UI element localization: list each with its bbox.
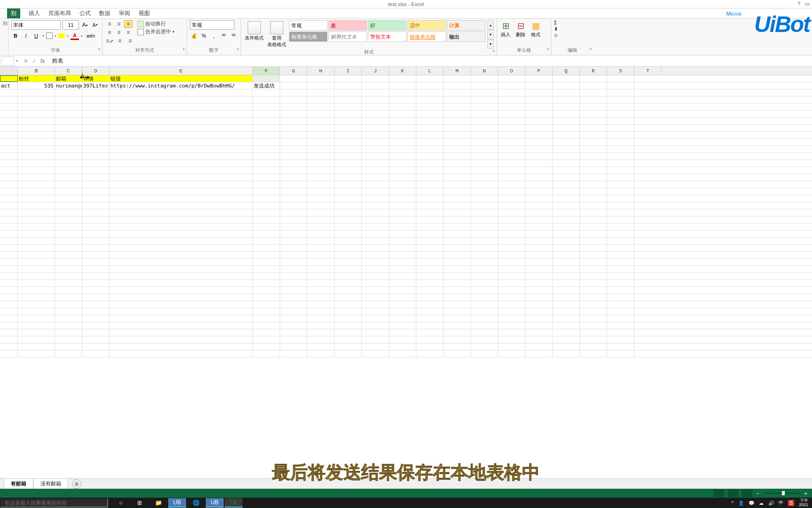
tab-data[interactable]: 数据 — [99, 9, 110, 17]
style-bad[interactable]: 差 — [328, 20, 367, 31]
border-button[interactable] — [46, 32, 53, 39]
font-color-button[interactable]: A — [70, 32, 79, 40]
col-header-K[interactable]: K — [389, 67, 416, 75]
style-warn[interactable]: 警告文本 — [368, 32, 406, 42]
cell-D2[interactable]: 397Lifest — [82, 82, 109, 89]
cell-B2[interactable]: 535 — [18, 82, 55, 89]
zoom-slider[interactable] — [763, 492, 801, 494]
col-header-N[interactable]: N — [471, 67, 498, 75]
clear-button[interactable]: ◇ — [554, 32, 591, 38]
italic-button[interactable]: I — [22, 32, 30, 40]
tray-sogou-icon[interactable]: S — [788, 500, 794, 506]
align-mid-right[interactable] — [124, 29, 133, 36]
align-top-right[interactable] — [124, 20, 133, 28]
delete-cell-button[interactable]: ⊟ 删除 — [515, 20, 526, 38]
tab-pagelayout[interactable]: 页面布局 — [48, 9, 71, 17]
explorer-icon[interactable]: 📁 — [149, 498, 167, 508]
number-format-select[interactable] — [190, 20, 234, 30]
select-all-corner[interactable] — [0, 67, 18, 75]
fill-button[interactable]: ⬇ — [554, 26, 591, 32]
cell-A2[interactable]: act — [0, 82, 18, 89]
tab-formulas[interactable]: 公式 — [79, 9, 91, 17]
col-header-O[interactable]: O — [498, 67, 525, 75]
tray-up-icon[interactable]: ^ — [732, 500, 734, 506]
col-header-F[interactable]: F — [253, 67, 280, 75]
cell-F1[interactable] — [253, 75, 280, 82]
ribbon-display-icon[interactable]: ▭ — [805, 1, 810, 7]
cell-F2[interactable]: 发送成功 — [253, 82, 280, 89]
font-name-select[interactable] — [11, 20, 61, 30]
chrome-icon[interactable]: 🌐 — [187, 498, 205, 508]
cell-C2[interactable]: nuriman@e — [55, 82, 82, 89]
cell-E1[interactable]: 链接 — [109, 75, 253, 82]
style-normal[interactable]: 常规 — [289, 20, 328, 31]
cell-E2[interactable]: https://www.instagram.com/p/BrDwBowBhHG/ — [109, 82, 253, 89]
sheet-tab-active[interactable]: 有邮箱 — [4, 478, 33, 490]
insert-cell-button[interactable]: ⊞ 插入 — [500, 20, 511, 38]
comma-button[interactable]: , — [210, 32, 218, 40]
cell-C1[interactable]: 邮箱 — [55, 75, 82, 82]
decrease-font-button[interactable] — [91, 21, 100, 29]
name-box[interactable] — [1, 56, 14, 66]
uibot-task-icon[interactable]: UB — [168, 498, 186, 508]
autosum-button[interactable]: Σ — [554, 20, 591, 25]
increase-decimal[interactable]: ⁰⁰ — [220, 32, 228, 40]
currency-button[interactable]: 💰 — [190, 32, 198, 40]
style-calc[interactable]: 计算 — [447, 20, 485, 31]
align-top-left[interactable] — [105, 20, 114, 28]
tab-review[interactable]: 审阅 — [119, 9, 130, 17]
excel-task-icon[interactable]: X▮ — [225, 498, 242, 508]
cell-A1[interactable] — [0, 75, 18, 82]
zoom-out[interactable]: − — [756, 491, 759, 496]
cortana-icon[interactable]: ○ — [112, 498, 130, 508]
col-header-J[interactable]: J — [362, 67, 389, 75]
spreadsheet-grid[interactable]: 粉丝 邮箱 详情 链接 act 535 nuriman@e 397Lifest … — [0, 75, 812, 357]
view-break-button[interactable] — [742, 490, 752, 497]
decrease-indent[interactable] — [116, 37, 124, 45]
col-header-C[interactable]: C — [55, 67, 82, 75]
tray-people-icon[interactable]: 👤 — [738, 500, 744, 506]
phonetic-button[interactable]: wén — [86, 33, 95, 39]
align-mid-center[interactable] — [115, 29, 123, 36]
add-sheet-button[interactable]: ⊕ — [72, 479, 81, 489]
view-page-button[interactable] — [728, 490, 738, 497]
tray-cloud-icon[interactable]: ☁ — [759, 500, 764, 506]
style-check[interactable]: 检查单元格 — [289, 32, 328, 42]
col-header-B[interactable]: B — [18, 67, 55, 75]
cancel-formula-icon[interactable]: ✕ — [23, 58, 28, 64]
col-header-Q[interactable]: Q — [553, 67, 580, 75]
col-header-L[interactable]: L — [416, 67, 444, 75]
orientation-button[interactable]: ⤢ — [105, 37, 114, 45]
fill-color-button[interactable] — [58, 33, 65, 38]
fx-icon[interactable]: fx — [40, 58, 47, 64]
underline-button[interactable]: U — [32, 32, 40, 40]
style-scroll-more[interactable]: ▾ — [487, 40, 494, 49]
increase-font-button[interactable] — [81, 21, 89, 29]
formula-input[interactable] — [51, 57, 812, 65]
col-header-R[interactable]: R — [580, 67, 607, 75]
col-header-E[interactable]: E — [109, 67, 253, 75]
merge-center-button[interactable]: 合并后居中 ▾ — [137, 28, 174, 35]
col-header-S[interactable]: S — [607, 67, 634, 75]
style-scroll[interactable]: ▴ ▾ ▾ — [487, 20, 494, 49]
style-good[interactable]: 好 — [368, 20, 406, 31]
view-normal-button[interactable] — [714, 490, 724, 497]
col-header-H[interactable]: H — [307, 67, 335, 75]
conditional-format-button[interactable]: 条件格式 — [244, 20, 265, 49]
tab-file[interactable]: 别 — [7, 8, 20, 18]
style-scroll-down[interactable]: ▾ — [487, 30, 494, 39]
tab-view[interactable]: 视图 — [139, 9, 150, 17]
format-cell-button[interactable]: ▦ 格式 — [530, 20, 541, 38]
sheet-tab-other[interactable]: 没有邮箱 — [33, 478, 68, 489]
percent-button[interactable]: % — [200, 32, 208, 40]
uibot2-task-icon[interactable]: UB — [206, 498, 224, 508]
taskview-icon[interactable]: ⊞ — [131, 498, 148, 508]
tray-clock[interactable]: 下午 2021 — [799, 499, 808, 507]
cell-B1[interactable]: 粉丝 — [18, 75, 55, 82]
help-icon[interactable]: ? — [797, 1, 800, 7]
tray-wechat-icon[interactable]: 💬 — [749, 500, 754, 506]
taskbar-search[interactable] — [0, 498, 108, 508]
align-top-center[interactable] — [115, 20, 123, 28]
wrap-text-button[interactable]: 自动换行 — [137, 20, 174, 27]
col-header-G[interactable]: G — [280, 67, 307, 75]
